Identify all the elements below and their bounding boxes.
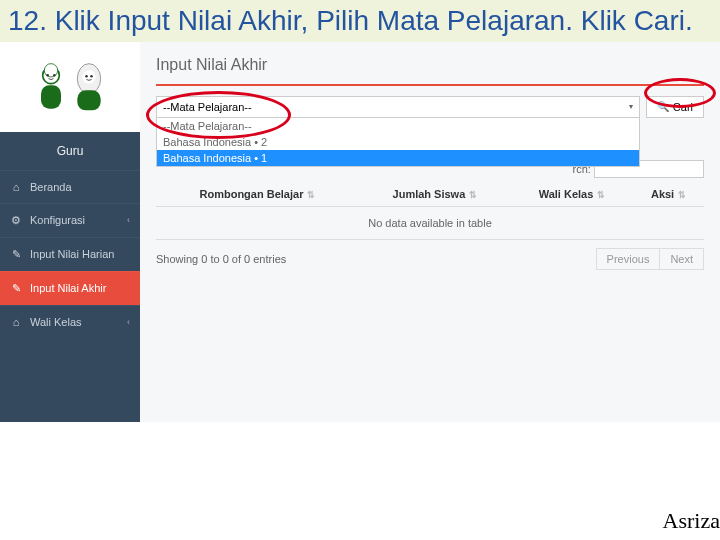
table-footer: Showing 0 to 0 of 0 entries Previous Nex… — [156, 248, 704, 270]
divider — [156, 84, 704, 86]
sidebar-item-wali-kelas[interactable]: ⌂Wali Kelas‹ — [0, 305, 140, 338]
col-wali[interactable]: Wali Kelas⇅ — [511, 182, 633, 207]
svg-rect-4 — [41, 85, 61, 108]
next-button[interactable]: Next — [660, 248, 704, 270]
sidebar-item-label: Input Nilai Harian — [30, 248, 114, 260]
sort-icon: ⇅ — [597, 190, 605, 200]
dashboard-icon: ⌂ — [10, 181, 22, 193]
sidebar-item-label: Konfigurasi — [30, 214, 85, 226]
svg-point-8 — [90, 75, 93, 78]
chevron-left-icon: ‹ — [127, 317, 130, 327]
nav-list: ⌂Beranda ⚙Konfigurasi‹ ✎Input Nilai Hari… — [0, 170, 140, 338]
subject-options: --Mata Pelajaran-- Bahasa Indonesia • 2 … — [156, 118, 640, 167]
role-label: Guru — [0, 132, 140, 170]
search-icon: 🔍 — [657, 101, 669, 112]
footer-author: Asriza — [663, 508, 720, 534]
caret-down-icon: ▾ — [629, 102, 633, 111]
instruction-text: 12. Klik Input Nilai Akhir, Pilih Mata P… — [0, 0, 720, 42]
search-button[interactable]: 🔍 Cari — [646, 96, 704, 118]
svg-point-3 — [53, 74, 56, 77]
svg-point-2 — [46, 74, 49, 77]
page-title: Input Nilai Akhir — [156, 56, 704, 74]
edit-icon: ✎ — [10, 282, 22, 295]
main-content: Input Nilai Akhir --Mata Pelajaran-- ▾ -… — [140, 42, 720, 422]
col-rombongan[interactable]: Rombongan Belajar⇅ — [156, 182, 359, 207]
no-data-row: No data available in table — [156, 206, 704, 239]
table-area: rch: Rombongan Belajar⇅ Jumlah Siswa⇅ Wa… — [156, 160, 704, 270]
sidebar-item-konfigurasi[interactable]: ⚙Konfigurasi‹ — [0, 203, 140, 237]
col-aksi[interactable]: Aksi⇅ — [633, 182, 704, 207]
svg-point-1 — [44, 63, 57, 76]
svg-point-6 — [82, 70, 95, 83]
sidebar-item-label: Beranda — [30, 181, 72, 193]
subject-select-wrap: --Mata Pelajaran-- ▾ --Mata Pelajaran-- … — [156, 96, 640, 118]
select-value: --Mata Pelajaran-- — [163, 101, 252, 113]
sort-icon: ⇅ — [307, 190, 315, 200]
edit-icon: ✎ — [10, 248, 22, 261]
avatar-area — [0, 42, 140, 132]
filter-row: --Mata Pelajaran-- ▾ --Mata Pelajaran-- … — [156, 96, 704, 118]
svg-rect-9 — [77, 90, 100, 110]
sidebar-item-label: Wali Kelas — [30, 316, 82, 328]
chevron-left-icon: ‹ — [127, 215, 130, 225]
sort-icon: ⇅ — [678, 190, 686, 200]
subject-select[interactable]: --Mata Pelajaran-- ▾ — [156, 96, 640, 118]
pager: Previous Next — [596, 248, 704, 270]
data-table: Rombongan Belajar⇅ Jumlah Siswa⇅ Wali Ke… — [156, 182, 704, 240]
sidebar: Guru ⌂Beranda ⚙Konfigurasi‹ ✎Input Nilai… — [0, 42, 140, 422]
sidebar-item-nilai-akhir[interactable]: ✎Input Nilai Akhir — [0, 271, 140, 305]
app-frame: Guru ⌂Beranda ⚙Konfigurasi‹ ✎Input Nilai… — [0, 42, 720, 422]
sort-icon: ⇅ — [469, 190, 477, 200]
option-item[interactable]: Bahasa Indonesia • 1 — [157, 150, 639, 166]
search-button-label: Cari — [673, 101, 693, 113]
option-placeholder[interactable]: --Mata Pelajaran-- — [157, 118, 639, 134]
gear-icon: ⚙ — [10, 214, 22, 227]
sidebar-item-beranda[interactable]: ⌂Beranda — [0, 170, 140, 203]
prev-button[interactable]: Previous — [596, 248, 661, 270]
home-icon: ⌂ — [10, 316, 22, 328]
sidebar-item-nilai-harian[interactable]: ✎Input Nilai Harian — [0, 237, 140, 271]
sidebar-item-label: Input Nilai Akhir — [30, 282, 106, 294]
option-item[interactable]: Bahasa Indonesia • 2 — [157, 134, 639, 150]
entries-info: Showing 0 to 0 of 0 entries — [156, 253, 286, 265]
col-jumlah[interactable]: Jumlah Siswa⇅ — [359, 182, 511, 207]
svg-point-7 — [85, 75, 88, 78]
